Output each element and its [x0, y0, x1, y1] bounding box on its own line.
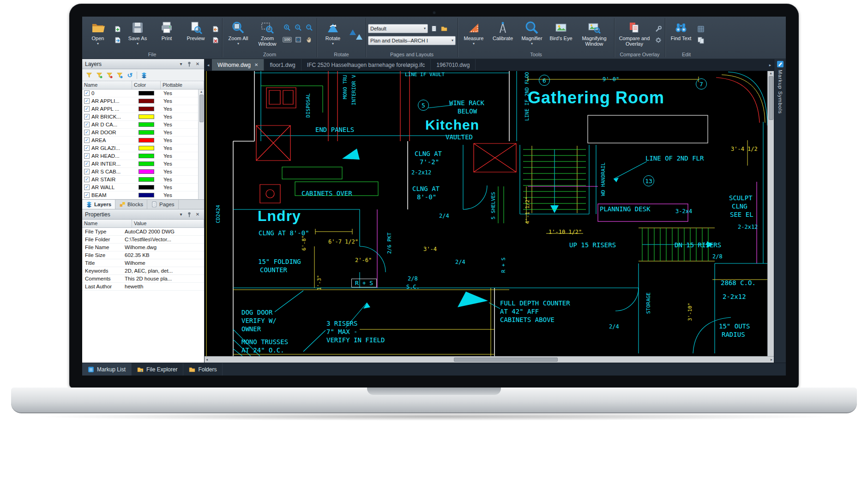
layer-visibility-checkbox[interactable]: ✓ [84, 130, 90, 135]
birds-eye-button[interactable]: Bird's Eye [547, 19, 575, 50]
layer-row[interactable]: ✓ AR INTER... Yes [82, 160, 204, 168]
column-header-color[interactable]: Color [132, 81, 161, 89]
layer-visibility-checkbox[interactable]: ✓ [84, 114, 90, 119]
pan-hand-button[interactable] [305, 35, 314, 44]
scroll-right-icon[interactable]: ▸ [771, 358, 772, 362]
markup-symbols-strip[interactable]: Markup Symbols [774, 59, 786, 363]
close-tab-icon[interactable]: ✕ [254, 62, 258, 67]
layers-pin-button[interactable] [186, 60, 193, 68]
compare-overlay-button[interactable]: Compare and Overlay [616, 19, 652, 50]
compare-options-button[interactable] [654, 36, 663, 45]
layers-menu-button[interactable]: ▾ [177, 60, 185, 68]
column-header-prop-name[interactable]: Name [82, 220, 132, 227]
layer-row[interactable]: ✓ AR STAIR Yes [82, 176, 204, 184]
layers-close-button[interactable]: ✕ [194, 60, 201, 68]
tab-layers[interactable]: Layers [82, 200, 115, 209]
rotate-button[interactable]: Rotate ▾ [319, 19, 347, 50]
layer-visibility-checkbox[interactable]: ✓ [84, 145, 90, 151]
tab-blocks[interactable]: Blocks [115, 200, 147, 209]
layer-row[interactable]: ✓ AREA Yes [82, 137, 204, 144]
property-row[interactable]: Last Author hewetth [82, 283, 204, 291]
page-select[interactable]: Default ▾ [368, 24, 428, 33]
document-tab[interactable]: floor1.dwg ✕ [264, 59, 301, 71]
layer-row[interactable]: ✓ AR D CA... Yes [82, 121, 204, 129]
document-tab[interactable]: IFC 2520 Hasselhaugen barnehage foreløpi… [301, 59, 431, 71]
layer-visibility-checkbox[interactable]: ✓ [84, 137, 90, 143]
bottom-tab-file-explorer[interactable]: File Explorer [132, 363, 183, 376]
layer-visibility-checkbox[interactable]: ✓ [84, 106, 90, 112]
layer-row[interactable]: ✓ 0 Yes [82, 89, 204, 97]
bottom-tab-markup-list[interactable]: Markup List [82, 363, 132, 376]
scrollbar-thumb[interactable] [199, 95, 204, 122]
layer-row[interactable]: ✓ AR HEAD... Yes [82, 152, 204, 160]
property-row[interactable]: File Name Wilhome.dwg [82, 244, 204, 251]
layer-row[interactable]: ✓ BEAM Yes [82, 191, 204, 199]
layer-row[interactable]: ✓ AR APPL ... Yes [82, 105, 204, 113]
layer-visibility-checkbox[interactable]: ✓ [84, 177, 90, 182]
tabs-scroll-left-button[interactable]: ◂ [205, 59, 212, 71]
export-button[interactable] [211, 24, 220, 34]
layer-visibility-checkbox[interactable]: ✓ [84, 192, 90, 198]
property-row[interactable]: File Size 602.35 KB [82, 251, 204, 259]
zoom-100-button[interactable]: 100 [283, 35, 292, 44]
layer-visibility-checkbox[interactable]: ✓ [84, 185, 90, 190]
layer-color-mode-button[interactable] [115, 71, 124, 79]
scroll-up-icon[interactable]: ▴ [200, 89, 202, 94]
page-setup-button[interactable] [430, 24, 438, 33]
property-row[interactable]: Comments This 2D house pla... [82, 275, 204, 283]
layers-undo-button[interactable]: ↺ [126, 71, 134, 79]
measure-button[interactable]: Measure ▾ [460, 19, 488, 50]
zoom-previous-button[interactable] [305, 23, 314, 32]
fit-page-button[interactable] [294, 35, 303, 44]
properties-pin-button[interactable] [186, 211, 193, 218]
edit-pages-button[interactable] [696, 36, 705, 45]
find-text-button[interactable]: Find Text [667, 19, 695, 50]
add-file-button[interactable] [113, 24, 122, 34]
zoom-out-button[interactable] [294, 23, 303, 32]
layer-visibility-checkbox[interactable]: ✓ [84, 161, 90, 167]
edit-grid-button[interactable] [696, 24, 705, 34]
tabs-scroll-right-button[interactable]: ▸ [766, 59, 774, 71]
layer-row[interactable]: ✓ AR S CAB... Yes [82, 168, 204, 176]
print-button[interactable]: Print [153, 19, 181, 50]
layer-visibility-checkbox[interactable]: ✓ [84, 98, 90, 104]
zoom-window-button[interactable]: Zoom Window [253, 19, 281, 50]
property-row[interactable]: File Type AutoCAD 2000 DWG [82, 228, 204, 236]
column-header-name[interactable]: Name [82, 81, 132, 89]
document-tab[interactable]: 1967010.dwg ✕ [431, 59, 476, 71]
properties-close-button[interactable]: ✕ [194, 211, 201, 218]
layer-row[interactable]: ✓ AR DOOR Yes [82, 129, 204, 137]
column-header-plottable[interactable]: Plottable [161, 81, 204, 89]
import-file-button[interactable] [113, 36, 122, 45]
layout-manager-button[interactable] [440, 24, 448, 33]
scrollbar-thumb[interactable] [769, 76, 773, 120]
canvas-vertical-scrollbar[interactable]: ▴ [767, 71, 774, 356]
layers-table-scrollbar[interactable]: ▴ [198, 89, 204, 199]
magnifier-button[interactable]: Magnifier ▾ [518, 19, 546, 50]
layer-hide-button[interactable] [105, 71, 114, 79]
layer-visibility-checkbox[interactable]: ✓ [84, 169, 90, 174]
property-row[interactable]: File Folder C:\Testfiles\Vector... [82, 236, 204, 244]
canvas-horizontal-scrollbar[interactable]: ◂ ▸ [205, 356, 774, 363]
column-header-prop-value[interactable]: Value [132, 220, 204, 227]
layer-row[interactable]: ✓ AR WALL Yes [82, 184, 204, 191]
document-tab[interactable]: Wilhome.dwg ✕ [212, 59, 264, 71]
open-button[interactable]: Open ▾ [84, 19, 112, 50]
layer-show-selected-button[interactable] [95, 71, 103, 79]
preview-button[interactable]: Preview [182, 19, 210, 50]
layer-row[interactable]: ✓ AR GLAZI... Yes [82, 144, 204, 152]
calibrate-button[interactable]: Calibrate [489, 19, 517, 50]
tab-pages[interactable]: Pages [147, 200, 179, 209]
close-file-button[interactable] [211, 36, 220, 45]
scrollbar-thumb[interactable] [454, 358, 558, 362]
layers-dialog-button[interactable] [140, 71, 148, 79]
zoom-all-button[interactable]: Zoom All ▾ [224, 19, 252, 50]
rotate-flip-button[interactable] [348, 26, 364, 43]
property-row[interactable]: Keywords 2D, AEC, plan, det... [82, 267, 204, 275]
drawing-canvas[interactable]: LINE IF VAULTMONO TRUINTERIOR VDISPOSAL9… [205, 71, 774, 356]
layer-row[interactable]: ✓ AR BRICK... Yes [82, 113, 204, 121]
bottom-tab-folders[interactable]: Folders [183, 363, 223, 376]
layer-visibility-checkbox[interactable]: ✓ [84, 122, 90, 127]
layer-row[interactable]: ✓ AR APPLI... Yes [82, 97, 204, 105]
properties-menu-button[interactable]: ▾ [177, 211, 185, 218]
